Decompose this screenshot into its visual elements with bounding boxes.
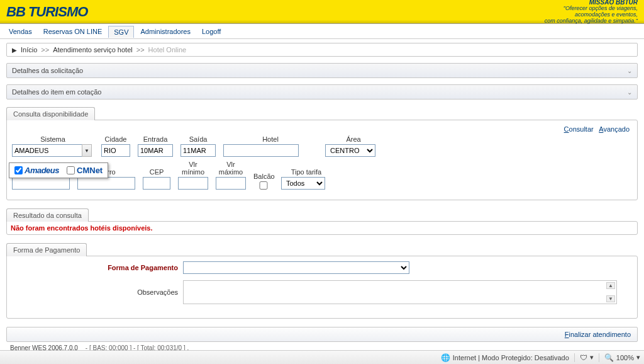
tab-consulta-disponibilidade[interactable]: Consulta disponibilidade	[6, 107, 95, 120]
breadcrumb-arrow-icon[interactable]: ▶	[12, 47, 17, 54]
option-amadeus[interactable]: maDEUS	[14, 166, 59, 175]
status-shield[interactable]: 🛡▾	[580, 353, 594, 362]
panel-title: Detalhes do item em cotação	[12, 88, 101, 96]
label-sistema: Sistema	[12, 135, 94, 143]
panel-detalhes-item[interactable]: Detalhes do item em cotação ⌄	[6, 84, 638, 100]
logo: BB TURISMO	[6, 4, 87, 20]
menu-sgv[interactable]: SGV	[108, 26, 134, 38]
label-entrada: Entrada	[138, 135, 173, 143]
label-vlrmax: Vlr máximo	[216, 161, 246, 176]
breadcrumb-atendimento[interactable]: Atendimento serviço hotel	[53, 46, 133, 54]
label-cep: CEP	[143, 168, 170, 176]
mission-line3: com confiança, agilidade e simpatia."	[545, 18, 638, 25]
label-balcao: Balcão	[253, 173, 274, 180]
finalize-bar: Finalizar atendimento	[6, 327, 638, 342]
input-entrada[interactable]	[138, 144, 173, 157]
link-avancado[interactable]: Avançado	[599, 125, 630, 133]
shield-icon: 🛡	[580, 353, 587, 362]
breadcrumb-sep: >>	[41, 46, 49, 54]
label-forma-pagamento: Forma de Pagamento	[19, 264, 183, 271]
mission-block: MISSÃO BBTUR "Oferecer opções de viagens…	[545, 0, 638, 25]
input-extra1[interactable]	[12, 177, 70, 190]
globe-icon: 🌐	[441, 353, 450, 362]
input-cidade[interactable]	[101, 144, 130, 157]
status-zoom[interactable]: 🔍 100% ▾	[604, 353, 640, 362]
label-tipotarifa: Tipo tarifa	[281, 168, 331, 176]
input-hotel[interactable]	[223, 144, 299, 157]
header-banner: BB TURISMO MISSÃO BBTUR "Oferecer opções…	[0, 0, 644, 24]
status-internet: 🌐 Internet | Modo Protegido: Desativado	[441, 353, 569, 362]
expand-icon[interactable]: ⌄	[627, 67, 632, 74]
input-vlrmin[interactable]	[178, 177, 208, 190]
menu-reservas[interactable]: Reservas ON LINE	[38, 26, 108, 37]
input-bairro[interactable]	[77, 177, 135, 190]
sistema-dropdown-popup: maDEUS CMNet	[9, 162, 108, 178]
menu-vendas[interactable]: Vendas	[4, 26, 37, 37]
checkbox-balcao[interactable]	[253, 181, 274, 190]
select-forma-pagamento[interactable]	[183, 261, 409, 274]
panel-title: Detalhes da solicitação	[12, 67, 83, 74]
checkbox-cmnet[interactable]	[67, 166, 75, 174]
textarea-observacoes[interactable]: ▲ ▼	[183, 280, 617, 304]
scroll-up-icon[interactable]: ▲	[606, 282, 615, 289]
cmnet-logo: CMNet	[77, 166, 103, 175]
menu-admin[interactable]: Administradores	[135, 26, 195, 37]
amadeus-logo: maDEUS	[25, 166, 59, 175]
input-cep[interactable]	[143, 177, 170, 190]
select-tipotarifa[interactable]: Todos	[281, 177, 325, 190]
label-hotel: Hotel	[223, 135, 318, 143]
breadcrumb-sep: >>	[136, 46, 145, 54]
consulta-body: Consultar Avançado Sistema ▼ Cidade	[6, 120, 638, 200]
option-cmnet[interactable]: CMNet	[67, 166, 103, 175]
expand-icon[interactable]: ⌄	[627, 89, 632, 96]
label-cidade: Cidade	[101, 135, 130, 143]
label-observacoes: Observações	[19, 288, 183, 296]
tab-forma-pagamento[interactable]: Forma de Pagamento	[6, 243, 87, 256]
link-consultar[interactable]: Consultar	[564, 125, 594, 133]
link-finalizar[interactable]: Finalizar atendimento	[565, 331, 631, 338]
error-message: Não foram encontrados hotéis disponíveis…	[11, 224, 153, 232]
scroll-down-icon[interactable]: ▼	[606, 295, 615, 302]
tab-resultado[interactable]: Resultado da consulta	[6, 208, 89, 222]
breadcrumb-hotel-online: Hotel Online	[148, 46, 187, 54]
label-vlrmin: Vlr mínimo	[178, 161, 208, 176]
dropdown-sistema-icon[interactable]: ▼	[82, 144, 92, 157]
input-sistema[interactable]	[12, 144, 82, 157]
panel-detalhes-solicitacao[interactable]: Detalhes da solicitação ⌄	[6, 63, 638, 78]
breadcrumb: ▶ Início >> Atendimento serviço hotel >>…	[6, 43, 638, 57]
label-area: Área	[325, 135, 382, 143]
label-saida: Saída	[180, 135, 216, 143]
select-area[interactable]: CENTRO	[325, 144, 375, 157]
input-vlrmax[interactable]	[216, 177, 246, 190]
menu-logoff[interactable]: Logoff	[197, 26, 226, 37]
statusbar: 🌐 Internet | Modo Protegido: Desativado …	[0, 350, 644, 364]
menubar: Vendas Reservas ON LINE SGV Administrado…	[0, 24, 644, 39]
breadcrumb-inicio[interactable]: Início	[21, 46, 37, 54]
checkbox-amadeus[interactable]	[14, 166, 23, 174]
zoom-icon: 🔍	[604, 353, 614, 362]
input-saida[interactable]	[180, 144, 216, 157]
